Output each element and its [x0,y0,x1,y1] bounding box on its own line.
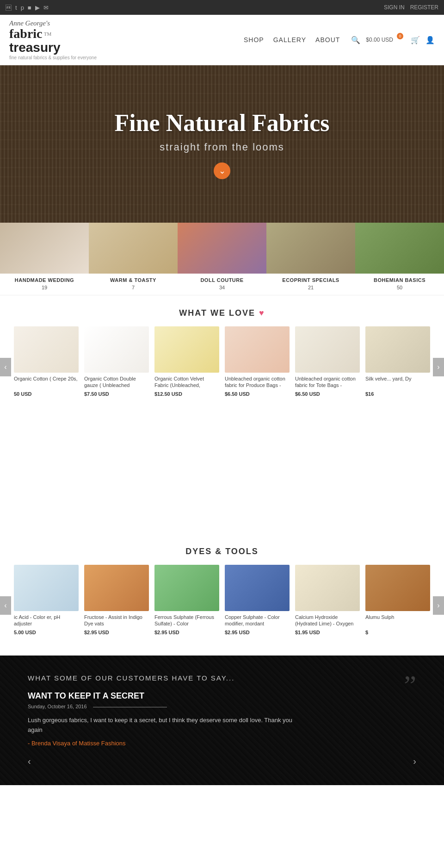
logo[interactable]: Anne George's fabric TM treasury fine na… [9,19,97,60]
product-card[interactable]: Organic Cotton Double gauze ( Unbleached… [81,326,152,400]
dye-product-price: $2.95 USD [154,630,219,639]
dye-product-card[interactable]: Calcium Hydroxide (Hydrated Lime) - Oxyg… [292,565,363,639]
cart-badge: 0 [397,33,403,39]
testimonials-title: WHAT SOME OF OUR CUSTOMERS HAVE TO SAY..… [28,674,416,682]
product-image [295,326,360,373]
products-carousel: Organic Cotton ( Crepe 20s, 50 USD Organ… [0,326,444,400]
dye-product-card[interactable]: Alumu Sulph $ [363,565,433,639]
nav-about[interactable]: ABOUT [315,36,340,44]
product-name: Unbleached organic cotton fabric for Pro… [225,375,290,389]
product-card[interactable]: Organic Cotton Velvet Fabric (Unbleached… [152,326,222,400]
twitter-icon[interactable]: t [15,4,17,11]
pinterest-icon[interactable]: p [21,4,24,11]
what-we-love-header: WHAT WE LOVE ♥ [0,295,444,326]
product-price: $6.50 USD [295,391,360,400]
category-handmade-label: HANDMADE WEDDING [0,274,89,285]
logo-tm: TM [44,31,52,37]
product-name: Organic Cotton Velvet Fabric (Unbleached… [154,375,219,389]
dyes-carousel: ic Acid - Color er, pH adjuster 5.00 USD… [0,565,444,639]
dye-product-name: Calcium Hydroxide (Hydrated Lime) - Oxyg… [295,614,360,628]
site-header: Anne George's fabric TM treasury fine na… [0,15,444,65]
product-price: $16 [365,391,430,400]
testimonial-prev-button[interactable]: ‹ [28,756,31,767]
review-title: WANT TO KEEP IT A SECRET [28,691,416,701]
what-we-love-title: WHAT WE LOVE [179,308,255,318]
top-bar:  t p ■ ▶ ✉ SIGN IN REGISTER [0,0,444,15]
product-card[interactable]: Unbleached organic cotton fabric for Tot… [292,326,363,400]
review-text: Lush gorgeous fabrics, I want to keep it… [28,716,305,735]
dye-product-name: Alumu Sulph [365,614,430,628]
product-price: $6.50 USD [225,391,290,400]
cart-price: $0.00 USD [366,37,393,43]
dye-product-image [295,565,360,611]
dye-product-price: 5.00 USD [14,630,79,639]
product-price: $12.50 USD [154,391,219,400]
dyes-carousel-next-button[interactable]: › [433,596,444,615]
what-we-love-section: WHAT WE LOVE ♥ ‹ Organic Cotton ( Crepe … [0,295,444,408]
testimonials-section: WHAT SOME OF OUR CUSTOMERS HAVE TO SAY..… [0,656,444,785]
testimonial-nav: ‹ › [28,756,416,767]
dye-product-card[interactable]: Ferrous Sulphate (Ferrous Sulfate) - Col… [152,565,222,639]
header-icons: 🔍 $0.00 USD 0 🛒 👤 [351,36,435,44]
facebook-icon[interactable]:  [6,4,12,11]
dye-product-name: Fructose - Assist in Indigo Dye vats [84,614,149,628]
product-card[interactable]: Organic Cotton ( Crepe 20s, 50 USD [11,326,81,400]
product-name: Organic Cotton Double gauze ( Unbleached [84,375,149,389]
dye-product-price: $ [365,630,430,639]
category-bohemian-img [355,223,444,274]
category-ecoprint-label: ECOPRINT SPECIALS [266,274,355,285]
dyes-tools-section: DYES & TOOLS ‹ ic Acid - Color er, pH ad… [0,528,444,656]
category-bohemian-label: BOHEMIAN BASICS [355,274,444,285]
product-price: 50 USD [14,391,79,400]
dye-product-name: Ferrous Sulphate (Ferrous Sulfate) - Col… [154,614,219,628]
nav-gallery[interactable]: GALLERY [273,36,306,44]
dye-product-image [365,565,430,611]
search-icon[interactable]: 🔍 [351,36,360,44]
email-icon[interactable]: ✉ [43,4,49,11]
dye-product-price: $1.95 USD [295,630,360,639]
product-card[interactable]: Silk velve... yard, Dy $16 [363,326,433,400]
heart-icon: ♥ [259,308,265,318]
review-date: Sunday, October 16, 2016 [28,704,416,709]
product-price: $7.50 USD [84,391,149,400]
review-author-of: of [72,740,79,747]
product-card[interactable]: Unbleached organic cotton fabric for Pro… [222,326,292,400]
youtube-icon[interactable]: ▶ [35,4,40,11]
instagram-icon[interactable]: ■ [28,4,31,11]
dye-product-name: ic Acid - Color er, pH adjuster [14,614,79,628]
dye-product-card[interactable]: Fructose - Assist in Indigo Dye vats $2.… [81,565,152,639]
hero-banner: Fine Natural Fabrics straight from the l… [0,65,444,223]
dye-product-card[interactable]: Copper Sulphate - Color modifier, mordan… [222,565,292,639]
account-icon[interactable]: 👤 [426,36,435,44]
carousel-next-button[interactable]: › [433,358,444,376]
dye-product-image [154,565,219,611]
category-ecoprint[interactable]: ECOPRINT SPECIALS 21 [266,223,355,295]
logo-sub: fine natural fabrics & supplies for ever… [9,55,97,60]
category-handmade-count: 19 [0,285,89,295]
hero-scroll-button[interactable]: ⌄ [214,162,230,179]
category-ecoprint-img [266,223,355,274]
sign-in-link[interactable]: SIGN IN [384,4,405,11]
testimonial-next-button[interactable]: › [413,756,416,767]
cart-icon[interactable]: 🛒 [411,36,420,44]
category-doll-count: 34 [178,285,266,295]
register-link[interactable]: REGISTER [410,4,438,11]
review-author-link[interactable]: Matisse Fashions [79,740,125,747]
product-image [225,326,290,373]
dye-product-card[interactable]: ic Acid - Color er, pH adjuster 5.00 USD [11,565,81,639]
category-bohemian-count: 50 [355,285,444,295]
category-warm-toasty[interactable]: WARM & TOASTY 7 [89,223,178,295]
nav-shop[interactable]: SHOP [244,36,264,44]
dyes-carousel-prev-button[interactable]: ‹ [0,596,11,615]
category-warm-label: WARM & TOASTY [89,274,178,285]
carousel-prev-button[interactable]: ‹ [0,358,11,376]
dyes-tools-header: DYES & TOOLS [0,547,444,565]
quote-icon: ” [404,669,416,701]
category-doll-couture[interactable]: DOLL COUTURE 34 [178,223,266,295]
category-bohemian[interactable]: BOHEMIAN BASICS 50 [355,223,444,295]
category-handmade-wedding[interactable]: HANDMADE WEDDING 19 [0,223,89,295]
category-doll-img [178,223,266,274]
main-nav: SHOP GALLERY ABOUT [244,36,340,44]
product-name: Silk velve... yard, Dy [365,375,430,389]
category-warm-img [89,223,178,274]
